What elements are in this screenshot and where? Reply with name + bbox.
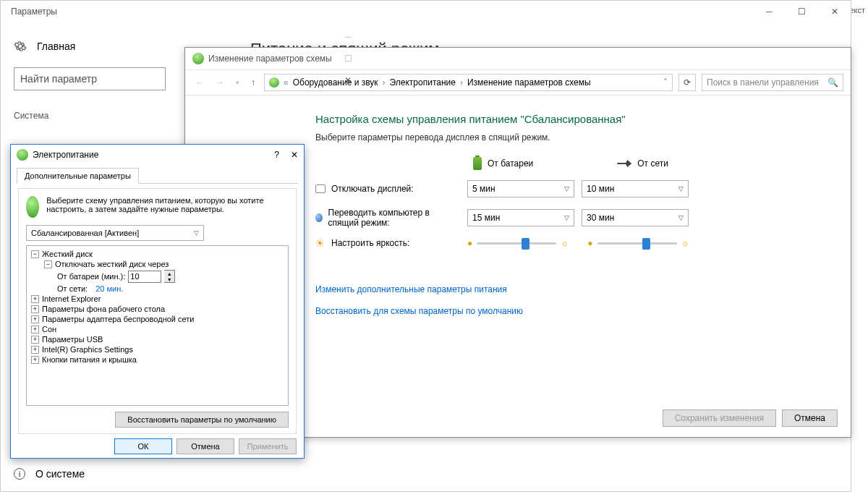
spin-down-button[interactable]: ▼: [164, 276, 174, 282]
sun-bright-icon: ☼: [681, 238, 689, 248]
power-options-dialog: Электропитание ? ✕ Дополнительные параме…: [10, 144, 305, 459]
control-panel-search[interactable]: Поиск в панели управления 🔍: [702, 74, 843, 91]
apply-button: Применить: [239, 438, 297, 454]
tree-item[interactable]: Сон: [42, 325, 56, 334]
display-plugged-select[interactable]: 10 мин▽: [582, 180, 689, 197]
column-battery-label: От батареи: [488, 158, 533, 169]
close-button[interactable]: ✕: [291, 150, 298, 160]
expand-icon[interactable]: +: [31, 326, 39, 334]
power-plan-icon: [269, 77, 279, 88]
settings-tree: −Жесткий диск −Отключать жесткий диск че…: [26, 245, 289, 406]
sun-icon: ☀: [315, 238, 326, 248]
tree-item[interactable]: Параметры USB: [42, 335, 103, 344]
on-ac-label: От сети:: [57, 284, 88, 293]
spin-up-button[interactable]: ▲: [164, 271, 174, 276]
power-dialog-title: Электропитание: [33, 150, 98, 160]
chevron-down-icon: ▽: [678, 185, 684, 192]
chevron-right-icon: ›: [383, 77, 386, 88]
column-plugged-label: От сети: [637, 158, 668, 169]
minimize-button[interactable]: ─: [332, 26, 365, 48]
chevron-down-icon: ▽: [564, 185, 569, 192]
refresh-button[interactable]: ⟳: [678, 74, 696, 91]
row-display-label: Отключать дисплей:: [331, 184, 414, 194]
select-value: 5 мин: [472, 184, 495, 194]
on-battery-value-input[interactable]: [128, 271, 161, 283]
power-plan-icon: [17, 149, 28, 161]
plan-titlebar: Изменение параметров схемы ─ ☐ ✕: [185, 48, 851, 69]
maximize-button[interactable]: ☐: [786, 1, 818, 22]
tree-item[interactable]: Internet Explorer: [42, 294, 101, 303]
chevron-down-icon: ▽: [678, 214, 684, 221]
about-nav[interactable]: i О системе: [14, 468, 85, 480]
restore-defaults-button[interactable]: Восстановить параметры по умолчанию: [115, 412, 289, 428]
brightness-plugged-slider[interactable]: ● ☼: [587, 238, 689, 248]
expand-icon[interactable]: +: [31, 295, 39, 303]
breadcrumb-item[interactable]: Изменение параметров схемы: [467, 77, 591, 88]
collapse-icon[interactable]: −: [31, 250, 39, 258]
expand-icon[interactable]: +: [31, 346, 39, 354]
settings-titlebar: Параметры ─ ☐ ✕: [1, 1, 851, 22]
close-button[interactable]: ✕: [818, 1, 851, 22]
power-dialog-titlebar: Электропитание ? ✕: [11, 145, 304, 165]
moon-icon: [315, 213, 323, 222]
ok-button[interactable]: ОК: [114, 438, 172, 454]
power-plan-icon: [192, 53, 204, 64]
select-value: 15 мин: [472, 213, 500, 223]
plan-heading: Настройка схемы управления питанием "Сба…: [315, 113, 822, 125]
display-battery-select[interactable]: 5 мин▽: [467, 180, 574, 197]
up-button[interactable]: ↑: [248, 76, 258, 89]
collapse-icon[interactable]: −: [44, 260, 52, 268]
save-button: Сохранить изменения: [663, 409, 776, 427]
select-value: Сбалансированная [Активен]: [31, 229, 139, 237]
column-battery: От батареи: [473, 157, 533, 170]
tree-item[interactable]: Кнопки питания и крышка: [42, 355, 137, 364]
home-nav[interactable]: Главная: [14, 40, 169, 53]
tree-item[interactable]: Жесткий диск: [42, 250, 93, 258]
sun-dim-icon: ●: [467, 238, 472, 248]
breadcrumb[interactable]: « Оборудование и звук › Электропитание ›…: [264, 74, 673, 91]
tree-item[interactable]: Параметры адаптера беспроводной сети: [42, 315, 194, 323]
breadcrumb-item[interactable]: Электропитание: [390, 77, 456, 88]
advanced-settings-link[interactable]: Изменить дополнительные параметры питани…: [315, 284, 822, 294]
minimize-button[interactable]: ─: [753, 1, 786, 22]
brightness-battery-slider[interactable]: ● ☼: [467, 238, 569, 248]
gear-icon: [14, 40, 27, 53]
breadcrumb-dropdown[interactable]: ˅: [663, 77, 668, 88]
expand-icon[interactable]: +: [31, 336, 39, 344]
chevron-down-icon: ▽: [564, 214, 569, 221]
sleep-plugged-select[interactable]: 30 мин▽: [582, 209, 689, 226]
breadcrumb-item[interactable]: Оборудование и звук: [293, 77, 378, 88]
sun-dim-icon: ●: [587, 238, 592, 248]
power-plan-large-icon: [26, 196, 39, 218]
chevron-right-icon: ›: [460, 77, 463, 88]
on-ac-value[interactable]: 20 мин.: [95, 284, 123, 293]
power-scheme-select[interactable]: Сбалансированная [Активен] ▽: [26, 225, 204, 241]
settings-title: Параметры: [11, 7, 57, 17]
help-button[interactable]: ?: [274, 150, 279, 160]
cancel-button[interactable]: Отмена: [176, 438, 234, 454]
search-settings-input[interactable]: Найти параметр: [14, 67, 166, 90]
row-brightness-label: Настроить яркость:: [331, 238, 409, 248]
sleep-battery-select[interactable]: 15 мин▽: [467, 209, 574, 226]
restore-defaults-link[interactable]: Восстановить для схемы параметры по умол…: [315, 306, 822, 316]
monitor-icon: [315, 184, 326, 193]
tree-item[interactable]: Отключать жесткий диск через: [55, 260, 169, 268]
battery-icon: [473, 157, 482, 170]
column-plugged: От сети: [617, 158, 668, 169]
home-label: Главная: [37, 41, 75, 52]
recent-dropdown[interactable]: ▾: [233, 77, 242, 88]
tree-item[interactable]: Intel(R) Graphics Settings: [42, 345, 133, 354]
expand-icon[interactable]: +: [31, 305, 39, 313]
search-placeholder: Поиск в панели управления: [707, 77, 819, 88]
tab-advanced[interactable]: Дополнительные параметры: [17, 168, 139, 184]
tree-item[interactable]: Параметры фона рабочего стола: [42, 305, 165, 313]
cancel-button[interactable]: Отмена: [782, 409, 838, 427]
plug-icon: [617, 160, 631, 167]
expand-icon[interactable]: +: [31, 315, 39, 323]
maximize-button[interactable]: ☐: [332, 48, 365, 69]
info-icon: i: [14, 468, 25, 480]
on-battery-label: От батареи (мин.):: [57, 272, 125, 281]
expand-icon[interactable]: +: [31, 356, 39, 364]
search-placeholder: Найти параметр: [20, 73, 97, 85]
back-button[interactable]: ←: [192, 76, 207, 89]
